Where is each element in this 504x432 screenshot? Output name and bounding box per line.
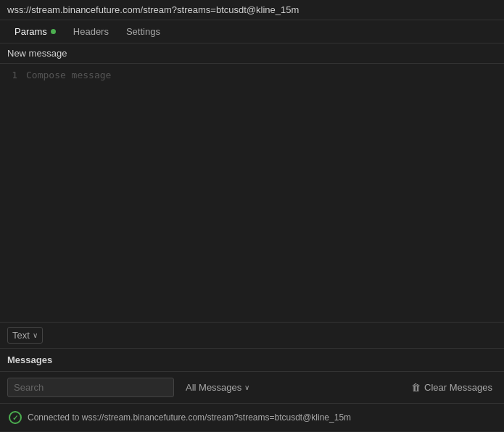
connection-dot (51, 29, 56, 34)
tab-params[interactable]: Params (6, 20, 65, 43)
connection-text: Connected to wss://stream.binancefuture.… (28, 412, 351, 423)
line-numbers: 1 (0, 64, 22, 322)
tabs-row: Params Headers Settings (0, 20, 504, 43)
connected-icon (9, 411, 22, 424)
line-number-1: 1 (12, 70, 17, 80)
all-messages-label: All Messages (186, 382, 241, 393)
tab-headers-label: Headers (73, 26, 109, 37)
search-input-wrapper (7, 378, 174, 397)
format-dropdown[interactable]: Text ∨ (7, 327, 43, 344)
tab-settings-label: Settings (126, 26, 160, 37)
tab-headers[interactable]: Headers (65, 20, 117, 43)
messages-label: Messages (7, 354, 52, 365)
chevron-down-icon: ∨ (33, 331, 38, 339)
search-input[interactable] (7, 378, 174, 397)
new-message-header: New message (0, 43, 504, 64)
format-row: Text ∨ (0, 323, 504, 349)
url-bar: wss://stream.binancefuture.com/stream?st… (0, 0, 504, 20)
url-text: wss://stream.binancefuture.com/stream?st… (7, 4, 299, 15)
format-label: Text (12, 330, 30, 341)
clear-messages-label: Clear Messages (424, 382, 492, 393)
all-messages-dropdown[interactable]: All Messages ∨ (181, 379, 254, 396)
editor-area: 1 (0, 64, 504, 323)
clear-messages-button[interactable]: 🗑 Clear Messages (407, 379, 497, 396)
new-message-label: New message (7, 48, 67, 59)
trash-icon: 🗑 (411, 382, 421, 393)
message-editor[interactable] (22, 64, 504, 322)
tab-settings[interactable]: Settings (117, 20, 169, 43)
filter-chevron-icon: ∨ (244, 383, 249, 391)
messages-section-header: Messages (0, 349, 504, 372)
app-container: wss://stream.binancefuture.com/stream?st… (0, 0, 504, 432)
connection-row: Connected to wss://stream.binancefuture.… (0, 404, 504, 432)
messages-toolbar: All Messages ∨ 🗑 Clear Messages (0, 372, 504, 404)
tab-params-label: Params (15, 26, 47, 37)
